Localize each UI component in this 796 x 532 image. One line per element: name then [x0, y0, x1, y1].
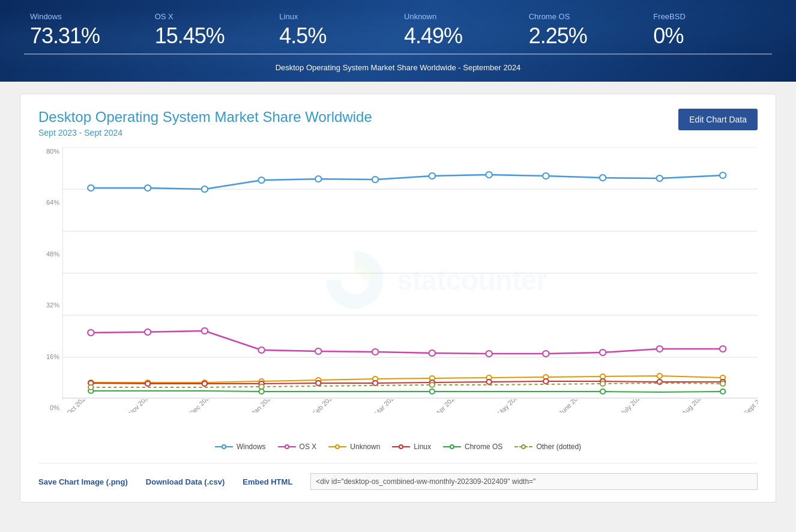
svg-point-28: [543, 351, 549, 357]
svg-point-64: [600, 381, 605, 386]
svg-point-9: [145, 185, 151, 191]
x-label-mar2024: Mar 2024: [373, 399, 391, 413]
svg-point-25: [372, 349, 379, 355]
svg-point-49: [373, 381, 378, 385]
embed-code-input[interactable]: [310, 473, 758, 490]
svg-point-27: [486, 351, 492, 357]
stat-freebsd-value: 0%: [653, 23, 766, 49]
y-label-48: 48%: [38, 251, 62, 258]
chart-container: 0% 16% 32% 48% 64% 80% statcounter: [38, 147, 758, 413]
chart-svg-container: statcounter: [62, 147, 758, 413]
svg-point-57: [259, 389, 264, 394]
svg-point-45: [145, 381, 150, 386]
stat-linux: Linux 4.5%: [273, 12, 398, 55]
legend-unknown: Unknown: [328, 443, 380, 451]
x-axis: Oct 2023 Nov 2023 Dec 2023 Jan 2024 Feb …: [62, 399, 758, 413]
stat-unknown-label: Unknown: [404, 12, 517, 21]
legend-windows-label: Windows: [237, 443, 266, 451]
legend-linux-dot: [399, 444, 403, 449]
legend-other-line: [514, 446, 532, 447]
svg-point-65: [720, 381, 725, 386]
svg-point-11: [258, 177, 265, 183]
svg-point-51: [486, 379, 491, 384]
svg-point-20: [88, 330, 94, 336]
x-label-aug2024: Aug 2024: [681, 399, 699, 413]
svg-point-14: [429, 173, 436, 179]
stats-row: Windows 73.31% OS X 15.45% Linux 4.5% Un…: [24, 12, 772, 55]
y-label-64: 64%: [38, 199, 62, 206]
legend-windows-line: [215, 446, 233, 447]
header: Windows 73.31% OS X 15.45% Linux 4.5% Un…: [0, 0, 796, 82]
stat-osx-value: 15.45%: [155, 23, 268, 49]
svg-point-31: [720, 346, 726, 352]
legend-windows: Windows: [215, 443, 266, 451]
x-label-jul2024: July 2024: [619, 399, 637, 413]
stat-windows-value: 73.31%: [30, 23, 143, 49]
stat-osx-label: OS X: [155, 12, 268, 21]
y-label-16: 16%: [38, 354, 62, 360]
x-label-jan2024: Jan 2024: [250, 399, 268, 413]
bottom-actions: Save Chart Image (.png) Download Data (.…: [38, 463, 758, 490]
svg-point-58: [430, 389, 435, 394]
svg-point-30: [657, 346, 663, 352]
legend-osx-line: [278, 446, 296, 447]
svg-point-15: [486, 172, 492, 178]
legend-chromeos-label: Chrome OS: [465, 443, 502, 451]
legend-unknown-label: Unknown: [350, 443, 380, 451]
legend-other: Other (dotted): [514, 443, 581, 451]
svg-point-29: [600, 349, 606, 355]
svg-point-23: [258, 347, 265, 353]
svg-point-22: [202, 328, 208, 334]
y-axis: 0% 16% 32% 48% 64% 80%: [38, 147, 62, 413]
legend-other-dot: [521, 444, 526, 449]
x-label-may2024: May 2024: [496, 399, 514, 413]
x-label-jun2024: June 2024: [558, 399, 576, 413]
stat-linux-label: Linux: [279, 12, 392, 21]
legend-osx: OS X: [278, 443, 317, 451]
svg-point-61: [88, 385, 93, 390]
legend-windows-dot: [222, 444, 226, 449]
svg-point-8: [88, 185, 94, 191]
x-label-apr2024: Apr 2024: [435, 399, 453, 413]
chart-title: Desktop Operating System Market Share Wo…: [38, 109, 372, 125]
y-label-80: 80%: [38, 148, 62, 155]
legend-linux-line: [392, 446, 410, 447]
y-label-32: 32%: [38, 302, 62, 309]
stat-chromeos: Chrome OS 2.25%: [523, 12, 648, 55]
svg-point-48: [316, 381, 321, 385]
stat-chromeos-value: 2.25%: [529, 23, 642, 49]
svg-point-16: [543, 173, 549, 179]
legend-linux-label: Linux: [414, 443, 431, 451]
svg-point-26: [429, 350, 436, 356]
chart-legend: Windows OS X Unknown Linux: [38, 443, 758, 451]
download-data-link[interactable]: Download Data (.csv): [146, 477, 225, 486]
stat-unknown: Unknown 4.49%: [398, 12, 523, 55]
stat-windows-label: Windows: [30, 12, 143, 21]
chart-subtitle: Sept 2023 - Sept 2024: [38, 128, 372, 138]
chart-svg: [62, 147, 758, 399]
chart-card: Desktop Operating System Market Share Wo…: [20, 94, 776, 503]
svg-point-19: [720, 172, 726, 178]
save-image-link[interactable]: Save Chart Image (.png): [38, 477, 128, 486]
stat-chromeos-label: Chrome OS: [529, 12, 642, 21]
edit-chart-button[interactable]: Edit Chart Data: [678, 109, 758, 130]
svg-point-63: [430, 382, 435, 387]
stat-unknown-value: 4.49%: [404, 23, 517, 49]
svg-point-18: [657, 175, 663, 181]
chart-header: Desktop Operating System Market Share Wo…: [38, 109, 758, 138]
legend-chromeos-dot: [450, 444, 454, 449]
y-label-0: 0%: [38, 405, 62, 411]
legend-other-label: Other (dotted): [536, 443, 581, 451]
legend-osx-label: OS X: [300, 443, 317, 451]
stat-osx: OS X 15.45%: [149, 12, 274, 55]
x-label-sep2024: Sept 2024: [742, 399, 758, 413]
stat-freebsd-label: FreeBSD: [653, 12, 766, 21]
x-label-dec2023: Dec 2023: [188, 399, 206, 413]
svg-point-17: [600, 175, 606, 181]
svg-point-60: [720, 389, 725, 394]
legend-osx-dot: [285, 444, 289, 449]
x-label-oct2023: Oct 2023: [65, 399, 83, 413]
legend-linux: Linux: [392, 443, 431, 451]
svg-point-52: [543, 379, 548, 384]
header-subtitle: Desktop Operating System Market Share Wo…: [24, 63, 772, 72]
